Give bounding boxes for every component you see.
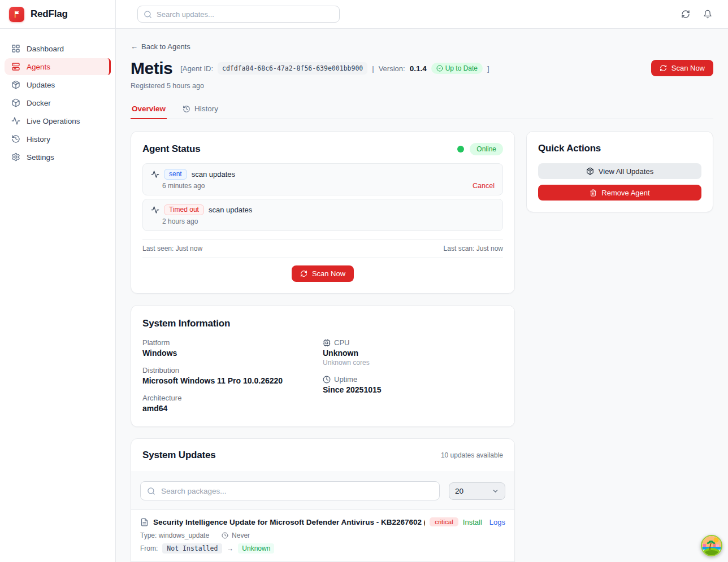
online-dot (457, 146, 464, 153)
last-seen-text: Last seen: Just now (142, 245, 202, 252)
tropical-island-icon (702, 536, 721, 555)
search-icon (144, 10, 152, 19)
sidebar-item-agents[interactable]: Agents (5, 58, 111, 75)
sidebar-item-history[interactable]: History (5, 130, 111, 147)
last-scan-text: Last scan: Just now (444, 245, 503, 252)
distribution-value: Microsoft Windows 11 Pro 10.0.26220 (142, 376, 323, 385)
from-version: Not Installed (162, 543, 222, 554)
update-item: Security Intelligence Update for Microso… (131, 510, 514, 561)
clock-icon (222, 532, 228, 539)
redflag-logo-icon (9, 7, 24, 22)
back-arrow-icon: ← (131, 42, 138, 51)
sidebar-item-label: Agents (27, 63, 50, 71)
version-value: 0.1.4 (410, 64, 427, 73)
check-circle-icon (436, 65, 443, 72)
sidebar-item-docker[interactable]: Docker (5, 94, 111, 111)
cpu-cores: Unknown cores (323, 359, 503, 367)
app-name: RedFlag (31, 8, 68, 20)
tab-history[interactable]: History (181, 104, 219, 119)
cpu-label: CPU (334, 338, 349, 347)
history-icon (11, 134, 20, 143)
from-label: From: (140, 544, 158, 552)
sidebar-item-label: Updates (27, 81, 55, 89)
sidebar-item-settings[interactable]: Settings (5, 149, 111, 165)
agent-id-label: [Agent ID: (180, 64, 213, 73)
agent-status-card: Agent Status Online sent scan updates (131, 131, 515, 294)
activity-icon (11, 116, 20, 125)
sidebar-item-updates[interactable]: Updates (5, 76, 111, 93)
island-badge[interactable] (701, 535, 722, 556)
agent-id-value: cdfdfa84-68c6-47a2-8f56-639e001bb900 (218, 62, 367, 75)
logs-link[interactable]: Logs (489, 518, 505, 526)
sidebar-item-label: Settings (27, 153, 54, 162)
agent-meta: [Agent ID: cdfdfa84-68c6-47a2-8f56-639e0… (180, 62, 489, 75)
cpu-value: Unknown (323, 348, 503, 358)
quick-actions-title: Quick Actions (538, 143, 701, 154)
box-icon (11, 98, 20, 107)
back-to-agents-link[interactable]: ← Back to Agents (131, 42, 190, 51)
event-status-badge: sent (164, 169, 187, 180)
distribution-block: Distribution Microsoft Windows 11 Pro 10… (142, 366, 323, 385)
updates-count: 10 updates available (441, 451, 503, 459)
meta-divider: | (372, 64, 374, 73)
event-action: scan updates (209, 206, 252, 214)
version-label: Version: (379, 64, 405, 73)
clock-icon (323, 376, 331, 384)
refresh-icon (660, 64, 667, 72)
package-search-input[interactable] (140, 481, 440, 500)
topbar-actions (681, 10, 712, 19)
sidebar-item-label: Dashboard (27, 45, 64, 53)
tab-bar: Overview History (131, 104, 713, 119)
registered-text: Registered 5 hours ago (131, 82, 713, 90)
uptime-block: Uptime Since 20251015 (323, 375, 503, 394)
event-time: 2 hours ago (162, 217, 198, 225)
update-type: Type: windows_update (140, 531, 209, 539)
page-size-select[interactable]: 20 (449, 482, 505, 500)
severity-badge: critical (430, 517, 458, 526)
history-icon (183, 105, 190, 113)
bracket-close: ] (487, 64, 489, 73)
package-icon (586, 167, 594, 175)
system-updates-card: System Updates 10 updates available 20 (131, 438, 515, 562)
up-to-date-badge: Up to Date (431, 63, 483, 74)
uptime-value: Since 20251015 (323, 385, 503, 394)
event-status-badge: Timed out (164, 204, 204, 215)
search-input[interactable] (137, 6, 340, 23)
refresh-icon (300, 270, 307, 277)
gear-icon (11, 153, 20, 162)
online-badge: Online (470, 143, 503, 155)
scan-now-button-header[interactable]: Scan Now (651, 60, 713, 76)
package-icon (11, 80, 20, 89)
install-link[interactable]: Install (463, 518, 482, 526)
logo-row: RedFlag (0, 0, 115, 29)
scan-now-button-card[interactable]: Scan Now (292, 265, 354, 282)
global-search (137, 6, 340, 23)
cpu-icon (323, 339, 331, 347)
remove-agent-button[interactable]: Remove Agent (538, 185, 701, 201)
refresh-icon[interactable] (681, 10, 690, 19)
architecture-value: amd64 (142, 404, 323, 413)
to-version: Unknown (238, 543, 274, 554)
system-info-card: System Information Platform Windows Dist… (131, 305, 515, 427)
sidebar-item-dashboard[interactable]: Dashboard (5, 40, 111, 57)
topbar (116, 0, 728, 29)
update-last-checked: Never (232, 531, 250, 539)
system-info-title: System Information (142, 318, 503, 329)
update-title: Security Intelligence Update for Microso… (153, 518, 425, 526)
sidebar-item-live-operations[interactable]: Live Operations (5, 112, 111, 129)
system-updates-title: System Updates (142, 450, 215, 461)
platform-value: Windows (142, 348, 323, 358)
bell-icon[interactable] (703, 10, 712, 19)
activity-icon (151, 206, 159, 214)
cpu-block: CPU Unknown Unknown cores (323, 338, 503, 367)
activity-icon (151, 170, 159, 178)
document-icon (140, 518, 149, 526)
sidebar: RedFlag Dashboard Agents Updates Docker … (0, 0, 116, 562)
tab-overview[interactable]: Overview (131, 104, 167, 119)
trash-icon (590, 189, 597, 197)
chevron-down-icon (492, 487, 499, 495)
updates-toolbar: 20 (131, 472, 514, 510)
view-all-updates-button[interactable]: View All Updates (538, 163, 701, 179)
cancel-link[interactable]: Cancel (473, 182, 495, 190)
event-row: Timed out scan updates 2 hours ago (142, 199, 503, 231)
